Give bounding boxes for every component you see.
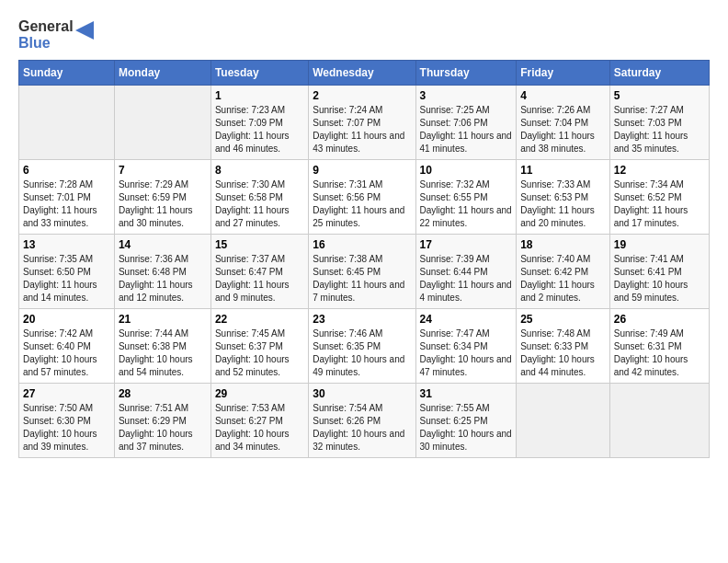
day-info: Sunrise: 7:34 AMSunset: 6:52 PMDaylight:… [614, 178, 705, 230]
day-info: Sunrise: 7:47 AMSunset: 6:34 PMDaylight:… [420, 327, 513, 379]
day-info: Sunrise: 7:54 AMSunset: 6:26 PMDaylight:… [313, 402, 411, 454]
day-number: 15 [215, 238, 304, 251]
day-number: 24 [420, 313, 513, 326]
calendar-cell: 29Sunrise: 7:53 AMSunset: 6:27 PMDayligh… [210, 384, 308, 458]
calendar-cell: 21Sunrise: 7:44 AMSunset: 6:38 PMDayligh… [114, 309, 210, 384]
calendar-cell: 6Sunrise: 7:28 AMSunset: 7:01 PMDaylight… [19, 160, 115, 235]
day-info: Sunrise: 7:41 AMSunset: 6:41 PMDaylight:… [614, 253, 705, 304]
day-info: Sunrise: 7:31 AMSunset: 6:56 PMDaylight:… [313, 178, 411, 230]
day-number: 14 [119, 238, 207, 251]
day-info: Sunrise: 7:26 AMSunset: 7:04 PMDaylight:… [520, 104, 606, 155]
day-number: 10 [420, 164, 513, 177]
day-number: 9 [313, 164, 411, 177]
day-info: Sunrise: 7:38 AMSunset: 6:45 PMDaylight:… [313, 253, 411, 304]
calendar-cell: 11Sunrise: 7:33 AMSunset: 6:53 PMDayligh… [517, 160, 610, 235]
day-info: Sunrise: 7:36 AMSunset: 6:48 PMDaylight:… [119, 253, 207, 304]
week-row-3: 13Sunrise: 7:35 AMSunset: 6:50 PMDayligh… [19, 235, 710, 309]
calendar-cell: 3Sunrise: 7:25 AMSunset: 7:06 PMDaylight… [415, 86, 517, 160]
calendar-cell: 25Sunrise: 7:48 AMSunset: 6:33 PMDayligh… [517, 309, 610, 384]
calendar-cell: 8Sunrise: 7:30 AMSunset: 6:58 PMDaylight… [210, 160, 308, 235]
day-number: 28 [119, 387, 207, 400]
week-row-5: 27Sunrise: 7:50 AMSunset: 6:30 PMDayligh… [19, 384, 710, 458]
day-number: 12 [614, 164, 705, 177]
calendar-cell: 9Sunrise: 7:31 AMSunset: 6:56 PMDaylight… [309, 160, 415, 235]
day-info: Sunrise: 7:48 AMSunset: 6:33 PMDaylight:… [520, 327, 606, 379]
day-number: 25 [520, 313, 606, 326]
day-number: 29 [215, 387, 304, 400]
day-info: Sunrise: 7:55 AMSunset: 6:25 PMDaylight:… [420, 402, 513, 454]
day-number: 1 [215, 89, 304, 102]
day-number: 18 [520, 238, 606, 251]
day-info: Sunrise: 7:27 AMSunset: 7:03 PMDaylight:… [614, 104, 705, 155]
day-number: 2 [313, 89, 411, 102]
day-number: 31 [420, 387, 513, 400]
day-info: Sunrise: 7:46 AMSunset: 6:35 PMDaylight:… [313, 327, 411, 379]
day-number: 19 [614, 238, 705, 251]
calendar-cell: 20Sunrise: 7:42 AMSunset: 6:40 PMDayligh… [19, 309, 115, 384]
day-info: Sunrise: 7:23 AMSunset: 7:09 PMDaylight:… [215, 104, 304, 155]
day-info: Sunrise: 7:51 AMSunset: 6:29 PMDaylight:… [119, 402, 207, 454]
column-header-sunday: Sunday [19, 61, 115, 86]
day-number: 4 [520, 89, 606, 102]
column-header-friday: Friday [517, 61, 610, 86]
calendar-table: SundayMondayTuesdayWednesdayThursdayFrid… [18, 60, 710, 458]
day-number: 26 [614, 313, 705, 326]
calendar-cell: 30Sunrise: 7:54 AMSunset: 6:26 PMDayligh… [309, 384, 415, 458]
column-header-tuesday: Tuesday [210, 61, 308, 86]
column-header-monday: Monday [114, 61, 210, 86]
calendar-cell: 2Sunrise: 7:24 AMSunset: 7:07 PMDaylight… [309, 86, 415, 160]
week-row-4: 20Sunrise: 7:42 AMSunset: 6:40 PMDayligh… [19, 309, 710, 384]
day-number: 3 [420, 89, 513, 102]
calendar-cell [517, 384, 610, 458]
calendar-cell: 24Sunrise: 7:47 AMSunset: 6:34 PMDayligh… [415, 309, 517, 384]
day-info: Sunrise: 7:45 AMSunset: 6:37 PMDaylight:… [215, 327, 304, 379]
day-number: 7 [119, 164, 207, 177]
day-info: Sunrise: 7:44 AMSunset: 6:38 PMDaylight:… [119, 327, 207, 379]
calendar-cell: 18Sunrise: 7:40 AMSunset: 6:42 PMDayligh… [517, 235, 610, 309]
day-number: 20 [23, 313, 110, 326]
day-info: Sunrise: 7:29 AMSunset: 6:59 PMDaylight:… [119, 178, 207, 230]
calendar-cell [19, 86, 115, 160]
day-number: 6 [23, 164, 110, 177]
day-info: Sunrise: 7:32 AMSunset: 6:55 PMDaylight:… [420, 178, 513, 230]
day-number: 16 [313, 238, 411, 251]
logo-bird-icon [75, 21, 94, 49]
calendar-cell: 13Sunrise: 7:35 AMSunset: 6:50 PMDayligh… [19, 235, 115, 309]
logo-blue: Blue [18, 35, 74, 52]
day-info: Sunrise: 7:35 AMSunset: 6:50 PMDaylight:… [23, 253, 110, 304]
day-number: 23 [313, 313, 411, 326]
logo: General Blue [18, 18, 94, 51]
day-info: Sunrise: 7:50 AMSunset: 6:30 PMDaylight:… [23, 402, 110, 454]
calendar-cell: 26Sunrise: 7:49 AMSunset: 6:31 PMDayligh… [609, 309, 709, 384]
day-number: 17 [420, 238, 513, 251]
calendar-cell: 14Sunrise: 7:36 AMSunset: 6:48 PMDayligh… [114, 235, 210, 309]
day-number: 22 [215, 313, 304, 326]
calendar-cell: 16Sunrise: 7:38 AMSunset: 6:45 PMDayligh… [309, 235, 415, 309]
column-header-saturday: Saturday [609, 61, 709, 86]
week-row-2: 6Sunrise: 7:28 AMSunset: 7:01 PMDaylight… [19, 160, 710, 235]
calendar-cell: 28Sunrise: 7:51 AMSunset: 6:29 PMDayligh… [114, 384, 210, 458]
day-info: Sunrise: 7:24 AMSunset: 7:07 PMDaylight:… [313, 104, 411, 155]
day-info: Sunrise: 7:42 AMSunset: 6:40 PMDaylight:… [23, 327, 110, 379]
day-number: 5 [614, 89, 705, 102]
calendar-cell: 15Sunrise: 7:37 AMSunset: 6:47 PMDayligh… [210, 235, 308, 309]
day-number: 13 [23, 238, 110, 251]
calendar-cell: 4Sunrise: 7:26 AMSunset: 7:04 PMDaylight… [517, 86, 610, 160]
svg-marker-0 [75, 21, 94, 40]
column-header-wednesday: Wednesday [309, 61, 415, 86]
calendar-header-row: SundayMondayTuesdayWednesdayThursdayFrid… [19, 61, 710, 86]
calendar-cell [609, 384, 709, 458]
day-info: Sunrise: 7:25 AMSunset: 7:06 PMDaylight:… [420, 104, 513, 155]
day-info: Sunrise: 7:28 AMSunset: 7:01 PMDaylight:… [23, 178, 110, 230]
logo-general: General [18, 18, 74, 35]
day-number: 21 [119, 313, 207, 326]
day-info: Sunrise: 7:40 AMSunset: 6:42 PMDaylight:… [520, 253, 606, 304]
calendar-cell: 7Sunrise: 7:29 AMSunset: 6:59 PMDaylight… [114, 160, 210, 235]
calendar-cell: 19Sunrise: 7:41 AMSunset: 6:41 PMDayligh… [609, 235, 709, 309]
day-info: Sunrise: 7:49 AMSunset: 6:31 PMDaylight:… [614, 327, 705, 379]
calendar-cell: 22Sunrise: 7:45 AMSunset: 6:37 PMDayligh… [210, 309, 308, 384]
day-number: 30 [313, 387, 411, 400]
day-number: 8 [215, 164, 304, 177]
day-info: Sunrise: 7:30 AMSunset: 6:58 PMDaylight:… [215, 178, 304, 230]
day-info: Sunrise: 7:53 AMSunset: 6:27 PMDaylight:… [215, 402, 304, 454]
